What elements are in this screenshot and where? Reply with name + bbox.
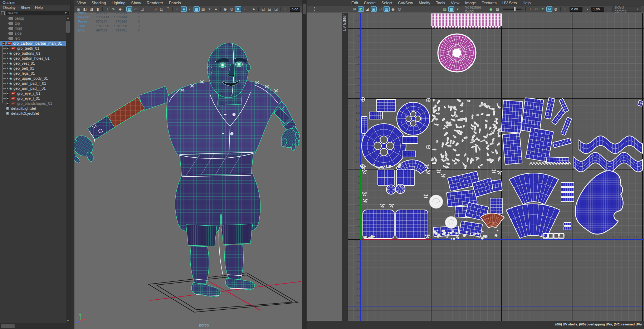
tree-item-grp_blandshapes_01[interactable]: +grp_blandshapes_01 — [0, 101, 66, 106]
uv-view-transform-select[interactable]: sRGB gamma▾ — [612, 6, 641, 12]
use-all-lights-icon[interactable]: ▩ — [194, 6, 200, 12]
scroll-up-icon[interactable]: ▲ — [66, 16, 70, 20]
tree-item-geo_buttons_01[interactable]: ◈geo_buttons_01 — [0, 51, 66, 56]
tree-item-geo_upper_body_01[interactable]: ◈geo_upper_body_01 — [0, 76, 66, 81]
dim-image-icon[interactable]: ⊠ — [546, 6, 552, 12]
shadows-icon[interactable]: ▨ — [200, 6, 206, 12]
greyed-icon[interactable]: ▪ — [241, 6, 248, 12]
tree-item-grp_teeth_01[interactable]: +grp_teeth_01 — [0, 46, 66, 51]
refresh-image-icon[interactable]: ↶ — [540, 6, 546, 12]
uv-grid-icon[interactable]: ⊞ — [351, 6, 357, 12]
scroll-down-icon[interactable]: ▼ — [66, 319, 70, 323]
exposure-field[interactable]: 0.00 — [290, 7, 300, 12]
viewport-canvas[interactable]: Verts:6704036704030Edges:133944413394440… — [74, 13, 302, 328]
uv-gamma-field[interactable]: 1.00 — [591, 7, 604, 12]
checker-dropdown-icon[interactable]: ▾ — [455, 6, 461, 12]
viewport-3d-scene[interactable] — [74, 13, 302, 328]
tree-item-geo_legs_01[interactable]: ◈geo_legs_01 — [0, 71, 66, 76]
outliner-vertical-scrollbar[interactable]: ▲ ▼ — [66, 16, 70, 323]
tree-item-geo_arm_pad_r_01[interactable]: ◈geo_arm_pad_r_01 — [0, 81, 66, 86]
uv-menu-tools[interactable]: Tools — [436, 1, 445, 5]
uv-menu-uv-sets[interactable]: UV Sets — [502, 1, 517, 5]
tree-item-geo_belt_01[interactable]: ◈geo_belt_01 — [0, 66, 66, 71]
isolate-select-icon[interactable]: ◱ — [260, 6, 266, 12]
pane-layout-icon[interactable]: ◫ — [139, 6, 145, 12]
tree-item-root[interactable]: −grp_cartoon_barbar_man_01 — [0, 41, 66, 46]
viewport-menu-view[interactable]: View — [77, 1, 86, 5]
pan-view-icon[interactable]: ✛ — [527, 6, 533, 12]
shell-border-icon[interactable]: ◪ — [364, 6, 370, 12]
hud-text-icon[interactable]: T — [165, 6, 171, 12]
tree-item-front[interactable]: front — [0, 26, 66, 31]
tree-item-left[interactable]: left — [0, 36, 66, 41]
expand-icon[interactable]: + — [6, 47, 9, 50]
tree-item-top[interactable]: top — [0, 21, 66, 26]
tree-item-geo_vest_01[interactable]: ◈geo_vest_01 — [0, 61, 66, 66]
rgb-channels-icon[interactable]: ◉ — [488, 6, 494, 12]
uv-menu-help[interactable]: Help — [522, 1, 531, 5]
wireframe-icon[interactable]: ○ — [174, 6, 180, 12]
tree-item-geo_arm_pad_l_01[interactable]: ◈geo_arm_pad_l_01 — [0, 86, 66, 91]
expand-icon[interactable]: + — [6, 102, 9, 105]
pixel-snap-icon[interactable]: ▦ — [384, 6, 390, 12]
alpha-channel-icon[interactable]: ▨ — [494, 6, 501, 12]
uv-menu-image[interactable]: Image — [465, 1, 476, 5]
uv-editor-canvas[interactable]: 3.132.92.82.72.62.52.42.32.22.121.91.81.… — [348, 13, 644, 321]
copy-view-icon[interactable]: ◲ — [267, 6, 273, 12]
ambient-occlusion-icon[interactable]: ☀ — [206, 6, 213, 12]
motion-blur-icon[interactable]: ● — [213, 6, 219, 12]
psd-network-icon[interactable]: ◍ — [553, 6, 559, 12]
uv-menu-view[interactable]: View — [451, 1, 459, 5]
viewport-menu-panels[interactable]: Panels — [169, 1, 181, 5]
textured-icon[interactable]: ◐ — [187, 6, 193, 12]
uv-menu-modify[interactable]: Modify — [419, 1, 430, 5]
viewport-menu-shading[interactable]: Shading — [92, 1, 106, 5]
uv-menu-textures[interactable]: Textures — [482, 1, 497, 5]
tree-item-grp_eye_l_01[interactable]: +grp_eye_l_01 — [0, 96, 66, 101]
tree-item-defaultLightSet[interactable]: defaultLightSet — [0, 106, 66, 111]
outliner-menu-help[interactable]: Help — [35, 5, 43, 10]
scrollbar-thumb[interactable] — [66, 21, 70, 33]
scrollbar-thumb[interactable] — [1, 324, 15, 328]
checker-map-icon[interactable]: ▩ — [448, 6, 454, 12]
outliner-search-input[interactable]: Search... ▼ — [6, 11, 69, 15]
window-divider[interactable] — [302, 0, 307, 329]
collapse-icon[interactable]: − — [2, 42, 5, 45]
tree-item-persp[interactable]: persp — [0, 16, 66, 21]
tree-item-grp_eye_r_01[interactable]: +grp_eye_r_01 — [0, 91, 66, 96]
tree-item-defaultObjectSet[interactable]: defaultObjectSet — [0, 111, 66, 116]
xray-joints-icon[interactable]: ◎ — [229, 6, 235, 12]
uv-gamma-icon[interactable]: ◑ — [584, 6, 590, 12]
tile-labels-icon[interactable]: ⊡ — [377, 6, 383, 12]
character-model[interactable] — [74, 43, 302, 297]
viewport-menu-show[interactable]: Show — [131, 1, 141, 5]
uv-menu-edit[interactable]: Edit — [351, 1, 358, 5]
snapshot-icon[interactable]: ◳ — [273, 6, 279, 12]
checker-tile-icon[interactable]: ▣ — [371, 6, 377, 12]
divider-grip[interactable] — [303, 4, 306, 14]
shaded-icon[interactable]: ■ — [181, 6, 187, 12]
display-image-icon[interactable]: ▨ — [442, 6, 448, 12]
select-tool-icon[interactable]: ➤ — [251, 6, 257, 12]
xray-icon[interactable]: ◉ — [222, 6, 228, 12]
expand-icon[interactable]: + — [6, 97, 9, 100]
selection-filter-icon[interactable] — [1, 11, 5, 15]
uv-editor-tab-label[interactable]: UV Editor — [342, 14, 346, 31]
shade-uvs-icon[interactable]: ◉ — [390, 6, 396, 12]
uv-distortion-icon[interactable]: ◎ — [396, 6, 402, 12]
pane-disabled-icon[interactable]: ▫ — [146, 6, 152, 12]
outliner-horizontal-scrollbar[interactable] — [0, 323, 70, 329]
viewport-menu-renderer[interactable]: Renderer — [147, 1, 163, 5]
tree-item-side[interactable]: side — [0, 31, 66, 36]
viewport-menu-lighting[interactable]: Lighting — [112, 1, 126, 5]
shell-fill-icon[interactable]: ◩ — [358, 6, 364, 12]
exposure-icon[interactable]: ◌ — [282, 6, 288, 12]
uv-menu-select[interactable]: Select — [381, 1, 392, 5]
exposure-icon[interactable]: ◌ — [562, 6, 568, 12]
expand-icon[interactable]: + — [6, 92, 9, 95]
frame-all-icon[interactable]: ▭ — [533, 6, 540, 12]
panel-menu-collapse-icon[interactable]: ▾▾ — [314, 6, 316, 12]
tree-item-geo_button_holes_01[interactable]: ◈geo_button_holes_01 — [0, 56, 66, 61]
outliner-menu-display[interactable]: Display — [3, 5, 15, 10]
plugin-shading-icon[interactable]: ◙ — [235, 6, 241, 12]
